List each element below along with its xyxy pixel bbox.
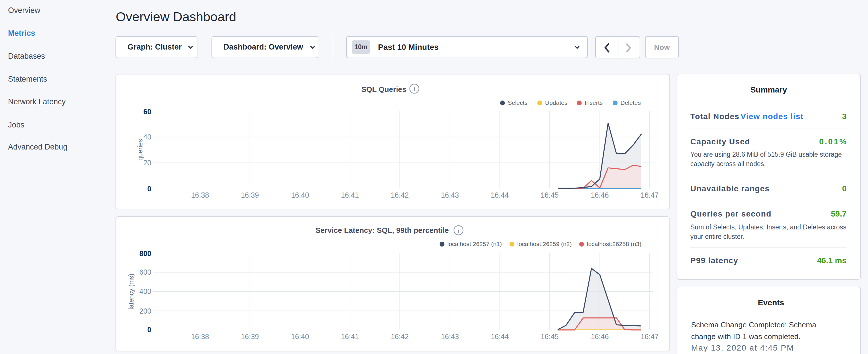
svg-text:i: i: [458, 228, 459, 234]
svg-text:i: i: [413, 86, 415, 93]
